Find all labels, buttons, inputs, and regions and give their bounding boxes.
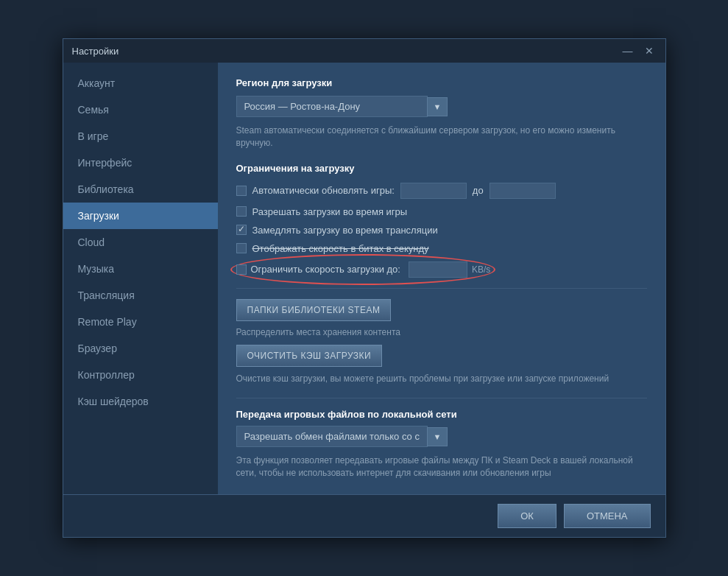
download-region-label: Регион для загрузки	[236, 77, 647, 88]
local-network-dropdown[interactable]: Разрешать обмен файлами только со с...	[236, 426, 428, 447]
library-folders-btn-container: ПАПКИ БИБЛИОТЕКИ STEAM	[236, 299, 647, 321]
sidebar-item-shader-cache[interactable]: Кэш шейдеров	[63, 388, 218, 415]
window-controls: — ✕	[620, 45, 657, 57]
window-body: Аккаунт Семья В игре Интерфейс Библиотек…	[63, 63, 665, 494]
download-region-arrow[interactable]: ▼	[427, 97, 448, 116]
speed-limit-input[interactable]	[409, 261, 467, 278]
sidebar-item-cloud[interactable]: Cloud	[63, 229, 218, 256]
separator-2	[236, 398, 647, 398]
throttle-broadcast-label: Замедлять загрузку во время трансляции	[252, 225, 438, 236]
auto-update-row: Автоматически обновлять игры: до	[236, 183, 647, 199]
footer: ОК ОТМЕНА	[63, 494, 665, 537]
sidebar-item-broadcast[interactable]: Трансляция	[63, 282, 218, 309]
show-speed-bits-row: Отображать скорость в битах в секунду	[236, 243, 647, 254]
auto-update-checkbox[interactable]	[236, 186, 247, 196]
sidebar-item-controller[interactable]: Контроллер	[63, 362, 218, 388]
separator-1	[236, 288, 647, 289]
ok-button[interactable]: ОК	[498, 504, 556, 528]
show-speed-bits-label: Отображать скорость в битах в секунду	[252, 243, 429, 254]
sidebar-item-remote-play[interactable]: Remote Play	[63, 309, 218, 335]
allow-during-game-row: Разрешать загрузки во время игры	[236, 206, 647, 217]
download-region-dropdown-container: Россия — Ростов-на-Дону ▼	[236, 96, 647, 117]
throttle-broadcast-row: Замедлять загрузку во время трансляции	[236, 225, 647, 236]
throttle-broadcast-checkbox[interactable]	[236, 225, 247, 235]
auto-update-input1[interactable]	[400, 183, 467, 199]
sidebar-item-in-game[interactable]: В игре	[63, 123, 218, 150]
local-network-info: Эта функция позволяет передавать игровые…	[236, 454, 647, 480]
sidebar-item-family[interactable]: Семья	[63, 96, 218, 123]
region-info-text: Steam автоматически соединяется с ближай…	[236, 124, 647, 150]
library-folders-button[interactable]: ПАПКИ БИБЛИОТЕКИ STEAM	[236, 299, 392, 321]
to-label: до	[473, 185, 484, 196]
speed-limit-checkbox[interactable]	[236, 264, 247, 275]
distribution-label: Распределить места хранения контента	[236, 327, 647, 337]
cancel-button[interactable]: ОТМЕНА	[564, 504, 651, 528]
speed-limit-label: Ограничить скорость загрузки до:	[251, 264, 400, 275]
show-speed-bits-checkbox[interactable]	[236, 243, 247, 253]
sidebar: Аккаунт Семья В игре Интерфейс Библиотек…	[63, 63, 218, 494]
close-button[interactable]: ✕	[642, 45, 657, 57]
kbs-unit-label: KB/s	[472, 264, 490, 275]
local-network-arrow[interactable]: ▼	[427, 427, 448, 446]
allow-during-game-checkbox[interactable]	[236, 206, 247, 217]
minimize-button[interactable]: —	[620, 45, 636, 57]
download-region-dropdown[interactable]: Россия — Ростов-на-Дону	[236, 96, 428, 117]
sidebar-item-library[interactable]: Библиотека	[63, 176, 218, 203]
sidebar-item-downloads[interactable]: Загрузки	[63, 203, 218, 229]
main-content: Регион для загрузки Россия — Ростов-на-Д…	[218, 63, 665, 494]
allow-during-game-label: Разрешать загрузки во время игры	[252, 206, 408, 217]
speed-limit-row: Ограничить скорость загрузки до: KB/s	[236, 261, 647, 278]
auto-update-input2[interactable]	[490, 183, 556, 199]
sidebar-item-music[interactable]: Музыка	[63, 256, 218, 282]
download-limits-header: Ограничения на загрузку	[236, 163, 647, 174]
sidebar-item-interface[interactable]: Интерфейс	[63, 150, 218, 176]
local-network-label: Передача игровых файлов по локальной сет…	[236, 409, 647, 420]
local-network-dropdown-row: Разрешать обмен файлами только со с... ▼	[236, 426, 647, 447]
sidebar-item-browser[interactable]: Браузер	[63, 335, 218, 362]
title-bar: Настройки — ✕	[63, 39, 665, 63]
clear-cache-button[interactable]: ОЧИСТИТЬ КЭШ ЗАГРУЗКИ	[236, 345, 383, 367]
settings-window: Настройки — ✕ Аккаунт Семья В игре Интер…	[63, 38, 666, 538]
window-title: Настройки	[72, 46, 119, 57]
auto-update-label: Автоматически обновлять игры:	[252, 185, 395, 196]
clear-cache-info: Очистив кэш загрузки, вы можете решить п…	[236, 373, 647, 385]
sidebar-item-account[interactable]: Аккаунт	[63, 70, 218, 96]
clear-cache-btn-container: ОЧИСТИТЬ КЭШ ЗАГРУЗКИ	[236, 345, 647, 367]
